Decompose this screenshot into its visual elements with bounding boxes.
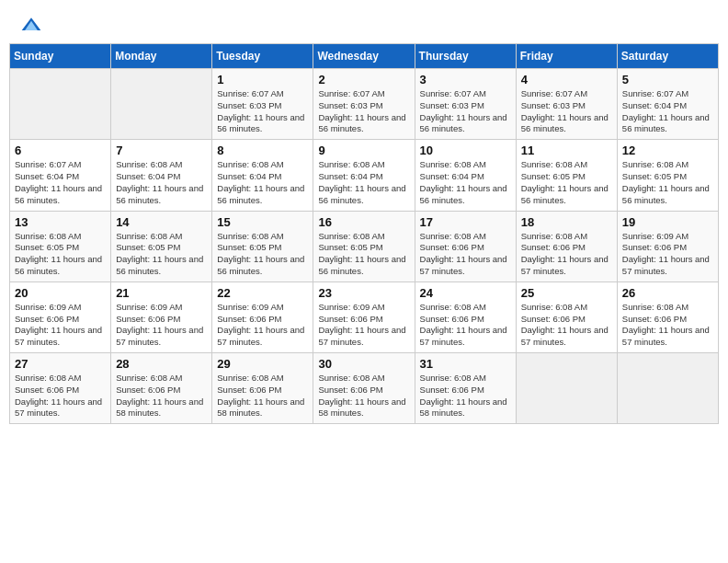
day-number: 26 [622, 286, 713, 300]
day-number: 6 [15, 144, 106, 157]
day-number: 18 [521, 215, 612, 229]
day-number: 14 [116, 215, 207, 229]
day-of-week-header: Thursday [415, 44, 516, 69]
calendar-cell: 12Sunrise: 6:08 AMSunset: 6:05 PMDayligh… [617, 140, 718, 211]
calendar-cell [617, 353, 718, 424]
day-info: Sunrise: 6:08 AMSunset: 6:06 PMDaylight:… [622, 302, 713, 349]
day-number: 5 [622, 73, 713, 86]
day-number: 2 [318, 73, 409, 86]
day-number: 16 [318, 215, 409, 229]
day-of-week-header: Monday [111, 44, 212, 69]
day-info: Sunrise: 6:08 AMSunset: 6:06 PMDaylight:… [318, 373, 409, 419]
calendar-cell: 31Sunrise: 6:08 AMSunset: 6:06 PMDayligh… [415, 353, 516, 424]
calendar-cell: 3Sunrise: 6:07 AMSunset: 6:03 PMDaylight… [415, 69, 516, 140]
day-number: 20 [15, 286, 106, 300]
calendar-cell: 6Sunrise: 6:07 AMSunset: 6:04 PMDaylight… [10, 140, 111, 211]
calendar-cell: 23Sunrise: 6:09 AMSunset: 6:06 PMDayligh… [313, 282, 415, 352]
day-info: Sunrise: 6:08 AMSunset: 6:06 PMDaylight:… [521, 302, 612, 349]
day-number: 7 [116, 144, 207, 157]
calendar-cell: 13Sunrise: 6:08 AMSunset: 6:05 PMDayligh… [10, 211, 111, 282]
day-number: 13 [15, 215, 106, 229]
calendar-cell: 30Sunrise: 6:08 AMSunset: 6:06 PMDayligh… [313, 353, 415, 424]
day-number: 31 [420, 357, 511, 371]
day-info: Sunrise: 6:08 AMSunset: 6:05 PMDaylight:… [622, 159, 713, 206]
day-of-week-header: Wednesday [313, 44, 415, 69]
day-number: 21 [116, 286, 207, 300]
calendar-cell: 2Sunrise: 6:07 AMSunset: 6:03 PMDaylight… [313, 69, 415, 140]
calendar-cell: 4Sunrise: 6:07 AMSunset: 6:03 PMDaylight… [516, 69, 617, 140]
day-info: Sunrise: 6:09 AMSunset: 6:06 PMDaylight:… [217, 302, 308, 349]
page-header [9, 9, 719, 40]
calendar-cell: 1Sunrise: 6:07 AMSunset: 6:03 PMDaylight… [212, 69, 313, 140]
day-info: Sunrise: 6:08 AMSunset: 6:06 PMDaylight:… [217, 373, 308, 419]
day-number: 4 [521, 73, 612, 86]
calendar-cell: 26Sunrise: 6:08 AMSunset: 6:06 PMDayligh… [617, 282, 718, 352]
calendar-cell: 29Sunrise: 6:08 AMSunset: 6:06 PMDayligh… [212, 353, 313, 424]
day-number: 1 [217, 73, 308, 86]
day-number: 3 [420, 73, 511, 86]
day-number: 30 [318, 357, 409, 371]
day-number: 27 [15, 357, 106, 371]
calendar-week-row: 20Sunrise: 6:09 AMSunset: 6:06 PMDayligh… [10, 282, 719, 352]
day-info: Sunrise: 6:08 AMSunset: 6:04 PMDaylight:… [318, 159, 409, 206]
day-of-week-header: Sunday [10, 44, 111, 69]
day-info: Sunrise: 6:08 AMSunset: 6:06 PMDaylight:… [15, 373, 106, 419]
logo [20, 17, 46, 36]
day-info: Sunrise: 6:09 AMSunset: 6:06 PMDaylight:… [622, 231, 713, 278]
day-number: 25 [521, 286, 612, 300]
day-info: Sunrise: 6:07 AMSunset: 6:03 PMDaylight:… [318, 88, 409, 135]
calendar-cell: 7Sunrise: 6:08 AMSunset: 6:04 PMDaylight… [111, 140, 212, 211]
day-info: Sunrise: 6:08 AMSunset: 6:04 PMDaylight:… [217, 159, 308, 206]
logo-icon [20, 16, 42, 34]
calendar-cell: 11Sunrise: 6:08 AMSunset: 6:05 PMDayligh… [516, 140, 617, 211]
calendar-cell [516, 353, 617, 424]
calendar-cell: 28Sunrise: 6:08 AMSunset: 6:06 PMDayligh… [111, 353, 212, 424]
calendar-cell: 17Sunrise: 6:08 AMSunset: 6:06 PMDayligh… [415, 211, 516, 282]
day-info: Sunrise: 6:09 AMSunset: 6:06 PMDaylight:… [318, 302, 409, 349]
day-number: 23 [318, 286, 409, 300]
day-number: 9 [318, 144, 409, 157]
day-number: 12 [622, 144, 713, 157]
day-number: 22 [217, 286, 308, 300]
calendar-cell: 15Sunrise: 6:08 AMSunset: 6:05 PMDayligh… [212, 211, 313, 282]
calendar-table: SundayMondayTuesdayWednesdayThursdayFrid… [9, 43, 719, 424]
calendar-week-row: 27Sunrise: 6:08 AMSunset: 6:06 PMDayligh… [10, 353, 719, 424]
day-info: Sunrise: 6:08 AMSunset: 6:06 PMDaylight:… [420, 302, 511, 349]
calendar-cell: 18Sunrise: 6:08 AMSunset: 6:06 PMDayligh… [516, 211, 617, 282]
calendar-week-row: 1Sunrise: 6:07 AMSunset: 6:03 PMDaylight… [10, 69, 719, 140]
day-of-week-header: Saturday [617, 44, 718, 69]
day-info: Sunrise: 6:07 AMSunset: 6:04 PMDaylight:… [15, 159, 106, 206]
calendar-cell: 8Sunrise: 6:08 AMSunset: 6:04 PMDaylight… [212, 140, 313, 211]
calendar-cell: 24Sunrise: 6:08 AMSunset: 6:06 PMDayligh… [415, 282, 516, 352]
day-info: Sunrise: 6:08 AMSunset: 6:05 PMDaylight:… [521, 159, 612, 206]
calendar-cell: 25Sunrise: 6:08 AMSunset: 6:06 PMDayligh… [516, 282, 617, 352]
day-of-week-header: Friday [516, 44, 617, 69]
day-info: Sunrise: 6:08 AMSunset: 6:04 PMDaylight:… [116, 159, 207, 206]
day-number: 24 [420, 286, 511, 300]
day-number: 29 [217, 357, 308, 371]
day-number: 11 [521, 144, 612, 157]
calendar-week-row: 13Sunrise: 6:08 AMSunset: 6:05 PMDayligh… [10, 211, 719, 282]
day-info: Sunrise: 6:08 AMSunset: 6:05 PMDaylight:… [15, 231, 106, 278]
calendar-cell: 14Sunrise: 6:08 AMSunset: 6:05 PMDayligh… [111, 211, 212, 282]
day-info: Sunrise: 6:07 AMSunset: 6:04 PMDaylight:… [622, 88, 713, 135]
day-number: 15 [217, 215, 308, 229]
day-number: 28 [116, 357, 207, 371]
day-info: Sunrise: 6:08 AMSunset: 6:06 PMDaylight:… [116, 373, 207, 419]
calendar-cell: 9Sunrise: 6:08 AMSunset: 6:04 PMDaylight… [313, 140, 415, 211]
calendar-week-row: 6Sunrise: 6:07 AMSunset: 6:04 PMDaylight… [10, 140, 719, 211]
day-info: Sunrise: 6:08 AMSunset: 6:05 PMDaylight:… [116, 231, 207, 278]
calendar-cell: 16Sunrise: 6:08 AMSunset: 6:05 PMDayligh… [313, 211, 415, 282]
day-info: Sunrise: 6:08 AMSunset: 6:05 PMDaylight:… [318, 231, 409, 278]
calendar-cell [10, 69, 111, 140]
calendar-cell: 21Sunrise: 6:09 AMSunset: 6:06 PMDayligh… [111, 282, 212, 352]
calendar-cell: 22Sunrise: 6:09 AMSunset: 6:06 PMDayligh… [212, 282, 313, 352]
day-info: Sunrise: 6:08 AMSunset: 6:04 PMDaylight:… [420, 159, 511, 206]
day-number: 17 [420, 215, 511, 229]
calendar-cell: 20Sunrise: 6:09 AMSunset: 6:06 PMDayligh… [10, 282, 111, 352]
calendar-cell [111, 69, 212, 140]
calendar-cell: 10Sunrise: 6:08 AMSunset: 6:04 PMDayligh… [415, 140, 516, 211]
day-of-week-header: Tuesday [212, 44, 313, 69]
calendar-cell: 27Sunrise: 6:08 AMSunset: 6:06 PMDayligh… [10, 353, 111, 424]
day-info: Sunrise: 6:08 AMSunset: 6:05 PMDaylight:… [217, 231, 308, 278]
